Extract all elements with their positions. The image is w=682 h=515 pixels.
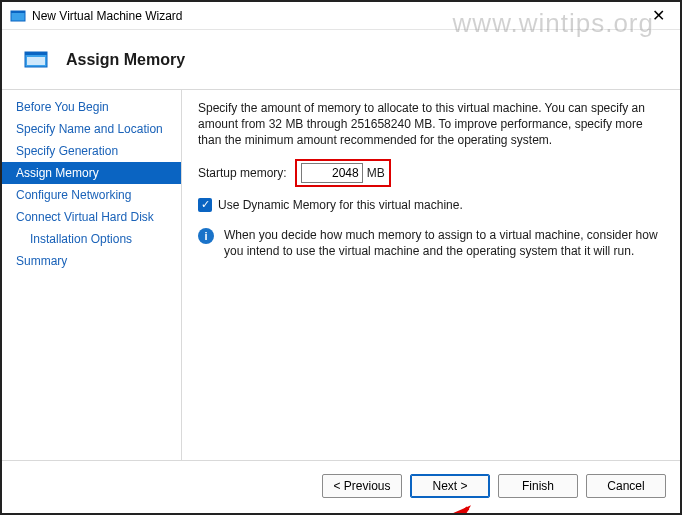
- wizard-step[interactable]: Configure Networking: [2, 184, 181, 206]
- startup-memory-label: Startup memory:: [198, 165, 287, 181]
- wizard-step[interactable]: Summary: [2, 250, 181, 272]
- close-button[interactable]: ✕: [644, 2, 672, 30]
- startup-memory-unit: MB: [367, 165, 385, 181]
- wizard-step[interactable]: Connect Virtual Hard Disk: [2, 206, 181, 228]
- info-icon: i: [198, 228, 214, 244]
- svg-rect-1: [11, 11, 25, 13]
- svg-rect-3: [25, 52, 47, 55]
- wizard-footer: < Previous Next > Finish Cancel: [2, 460, 680, 510]
- finish-button[interactable]: Finish: [498, 474, 578, 498]
- cancel-button[interactable]: Cancel: [586, 474, 666, 498]
- wizard-header: Assign Memory: [2, 30, 680, 90]
- wizard-step[interactable]: Installation Options: [2, 228, 181, 250]
- wizard-step[interactable]: Assign Memory: [2, 162, 181, 184]
- wizard-steps-sidebar: Before You BeginSpecify Name and Locatio…: [2, 90, 182, 460]
- info-text: When you decide how much memory to assig…: [224, 227, 660, 259]
- wizard-step[interactable]: Before You Begin: [2, 96, 181, 118]
- window-title: New Virtual Machine Wizard: [32, 9, 183, 23]
- annotation-arrow: [360, 502, 480, 516]
- startup-memory-input[interactable]: [301, 163, 363, 183]
- svg-rect-4: [27, 57, 45, 65]
- wizard-step[interactable]: Specify Name and Location: [2, 118, 181, 140]
- app-icon: [10, 8, 26, 24]
- wizard-step[interactable]: Specify Generation: [2, 140, 181, 162]
- previous-button[interactable]: < Previous: [322, 474, 402, 498]
- dynamic-memory-checkbox[interactable]: ✓: [198, 198, 212, 212]
- intro-text: Specify the amount of memory to allocate…: [198, 100, 660, 149]
- next-button[interactable]: Next >: [410, 474, 490, 498]
- startup-memory-highlight: MB: [295, 159, 391, 187]
- wizard-content: Specify the amount of memory to allocate…: [182, 90, 680, 460]
- title-bar: New Virtual Machine Wizard ✕: [2, 2, 680, 30]
- vm-icon: [24, 50, 48, 70]
- dynamic-memory-label: Use Dynamic Memory for this virtual mach…: [218, 197, 463, 213]
- page-title: Assign Memory: [66, 51, 185, 69]
